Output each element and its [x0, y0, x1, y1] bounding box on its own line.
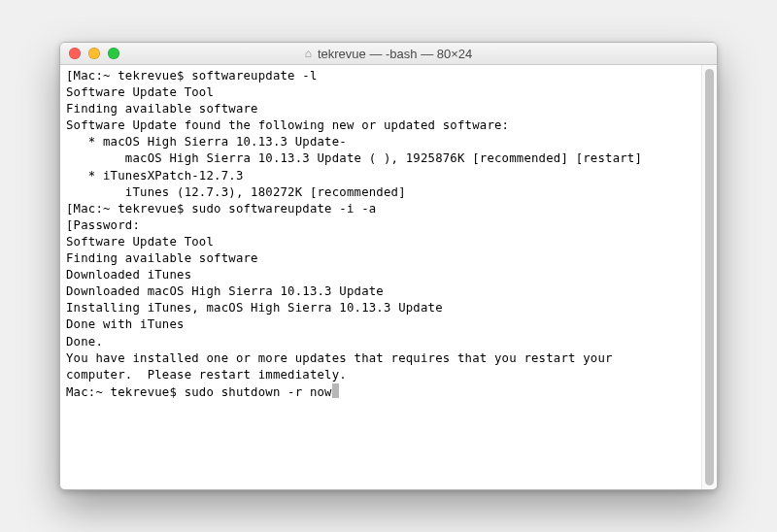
home-icon: ⌂ — [305, 48, 312, 59]
terminal-line: Software Update Tool — [66, 84, 695, 101]
page-canvas: ⌂ tekrevue — -bash — 80×24 [Mac:~ tekrev… — [0, 0, 777, 532]
traffic-lights — [69, 48, 119, 59]
terminal-line: Done. — [66, 334, 695, 350]
terminal-line: Software Update found the following new … — [66, 117, 695, 134]
close-button[interactable] — [69, 48, 81, 59]
terminal-line: Finding available software — [66, 101, 695, 117]
window-titlebar[interactable]: ⌂ tekrevue — -bash — 80×24 — [60, 43, 717, 65]
terminal-line: [Password: — [66, 217, 695, 234]
terminal-line: Downloaded macOS High Sierra 10.13.3 Upd… — [66, 283, 695, 300]
terminal-line: You have installed one or more updates t… — [66, 350, 695, 367]
terminal-line: iTunes (12.7.3), 180272K [recommended] — [66, 184, 695, 201]
terminal-line: Downloaded iTunes — [66, 267, 695, 283]
window-title-text: tekrevue — -bash — 80×24 — [318, 47, 472, 61]
terminal-line: computer. Please restart immediately. — [66, 367, 695, 383]
zoom-button[interactable] — [108, 48, 119, 59]
scrollbar-thumb[interactable] — [705, 69, 714, 485]
terminal-content-wrap: [Mac:~ tekrevue$ softwareupdate -lSoftwa… — [60, 65, 717, 489]
terminal-line: Software Update Tool — [66, 234, 695, 250]
minimize-button[interactable] — [88, 48, 100, 59]
terminal-line: * macOS High Sierra 10.13.3 Update- — [66, 134, 695, 150]
scrollbar-track[interactable] — [701, 65, 717, 489]
terminal-cursor — [332, 383, 340, 398]
terminal-line: Done with iTunes — [66, 316, 695, 333]
terminal-line: * iTunesXPatch-12.7.3 — [66, 168, 695, 184]
window-title: ⌂ tekrevue — -bash — 80×24 — [60, 47, 717, 61]
terminal-line: macOS High Sierra 10.13.3 Update ( ), 19… — [66, 150, 695, 167]
terminal-line: Installing iTunes, macOS High Sierra 10.… — [66, 300, 695, 316]
terminal-line: Mac:~ tekrevue$ sudo shutdown -r now — [66, 383, 695, 401]
terminal-line: [Mac:~ tekrevue$ softwareupdate -l — [66, 68, 695, 84]
terminal-line: Finding available software — [66, 250, 695, 267]
terminal-window: ⌂ tekrevue — -bash — 80×24 [Mac:~ tekrev… — [59, 42, 718, 490]
terminal-line: [Mac:~ tekrevue$ sudo softwareupdate -i … — [66, 201, 695, 217]
terminal-output[interactable]: [Mac:~ tekrevue$ softwareupdate -lSoftwa… — [60, 65, 701, 489]
